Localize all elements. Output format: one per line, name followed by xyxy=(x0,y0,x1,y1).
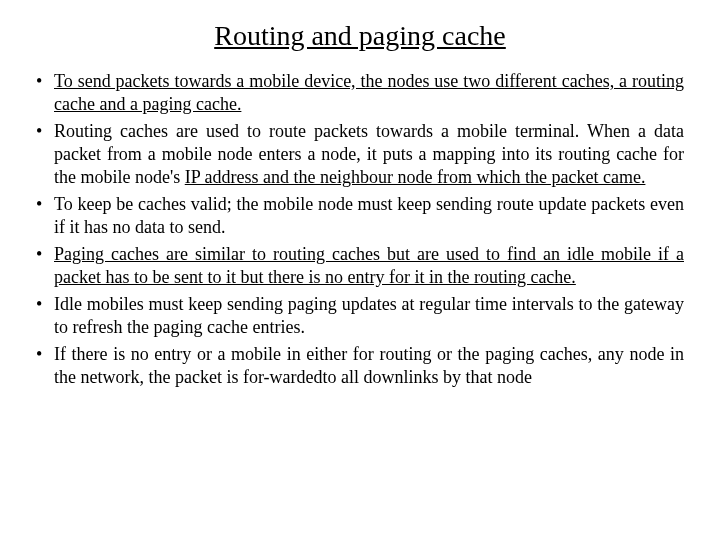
list-item: Paging caches are similar to routing cac… xyxy=(36,243,684,289)
list-item: If there is no entry or a mobile in eith… xyxy=(36,343,684,389)
list-item: Idle mobiles must keep sending paging up… xyxy=(36,293,684,339)
slide: Routing and paging cache To send packets… xyxy=(0,0,720,389)
list-item: To keep be caches valid; the mobile node… xyxy=(36,193,684,239)
slide-title: Routing and paging cache xyxy=(36,20,684,52)
bullet-list: To send packets towards a mobile device,… xyxy=(36,70,684,389)
list-item: Routing caches are used to route packets… xyxy=(36,120,684,189)
list-item: To send packets towards a mobile device,… xyxy=(36,70,684,116)
